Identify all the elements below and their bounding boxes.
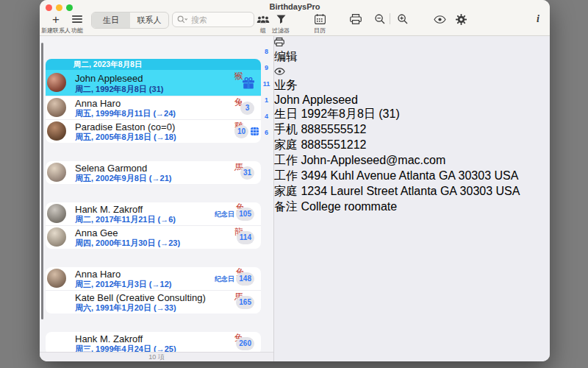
contact-name: Paradise Easton (co=0): [75, 121, 175, 132]
list-item[interactable]: Hank M. Zakroff 周二, 2017年11月21日 (→6) 纪念日…: [46, 202, 261, 225]
filter-label: 过滤器: [259, 26, 303, 35]
detail-field[interactable]: 工作 3494 Kuhl Avenue Atlanta GA 30303 USA: [274, 169, 550, 184]
detail-card: 备注 College roommate: [274, 199, 550, 215]
toolbar-separator: [390, 13, 390, 24]
search-field[interactable]: [172, 12, 254, 27]
contact-date: 周五, 1999年8月11日 (→24): [75, 108, 176, 119]
visibility-button[interactable]: [431, 12, 448, 26]
tab-contacts[interactable]: 联系人: [130, 13, 168, 28]
days-badge: 165: [236, 296, 254, 309]
gear-icon: [456, 14, 467, 25]
detail-card: 工作 3494 Kuhl Avenue Atlanta GA 30303 USA…: [274, 169, 550, 199]
detail-field[interactable]: 工作 John-Appleseed@mac.com: [274, 153, 550, 169]
month-index-item[interactable]: 6: [262, 127, 271, 144]
list-item[interactable]: Selena Garmond 周五, 2002年9月8日 (→21) 馬 31: [46, 161, 261, 184]
detail-field[interactable]: 家庭 1234 Laurel Street Atlanta GA 30303 U…: [274, 184, 550, 199]
list-scrollbar[interactable]: [41, 43, 43, 319]
anniversary-tag: 纪念日: [215, 275, 234, 284]
field-label: 家庭: [274, 185, 298, 197]
contact-name: Kate Bell (Creative Consulting): [75, 292, 206, 303]
item-count-footer: 10 項: [40, 352, 273, 361]
contact-name: Hank M. Zakroff: [75, 333, 143, 344]
search-icon: [177, 15, 187, 24]
list-item[interactable]: Anna Gee 周四, 2000年11月30日 (→23) 龍 114: [46, 225, 261, 249]
calendar-label: 日历: [298, 26, 342, 35]
contact-detail-name: John Appleseed: [274, 93, 550, 107]
date-group: 周二, 2023年8月8日 John Appleseed 周二, 1992年8月…: [46, 59, 261, 143]
days-badge: 3: [240, 102, 254, 115]
magnifier-minus-icon: [375, 14, 385, 24]
settings-button[interactable]: [452, 12, 470, 26]
tab-birthdays[interactable]: 生日: [92, 13, 130, 28]
view-segmented-control: 生日 联系人: [91, 12, 169, 29]
filter-button[interactable]: [272, 12, 290, 26]
contact-date: 周五, 2002年9月8日 (→21): [75, 173, 171, 184]
calendar-button[interactable]: [311, 12, 329, 26]
list-item[interactable]: Anna Haro 周五, 1999年8月11日 (→24) 兔 3: [46, 96, 261, 119]
days-badge: 105: [236, 208, 254, 221]
print-contact-button[interactable]: [274, 36, 550, 49]
business-view-button[interactable]: [274, 65, 550, 78]
avatar: [47, 121, 66, 141]
avatar: [47, 227, 66, 247]
print-toolbar-button[interactable]: [347, 12, 365, 26]
birthday-list-pane: 周二, 2023年8月8日 John Appleseed 周二, 1992年8月…: [40, 36, 273, 361]
list-item[interactable]: Kate Bell (Creative Consulting) 周六, 1991…: [46, 290, 261, 314]
month-index-item[interactable]: 11: [262, 79, 271, 95]
month-index-item[interactable]: 8: [262, 46, 271, 63]
list-item[interactable]: Paradise Easton (co=0) 周五, 2005年8月18日 (→…: [46, 119, 261, 143]
month-index-item[interactable]: 9: [262, 63, 271, 79]
avatar: [47, 163, 66, 182]
list-item[interactable]: Anna Haro 周三, 2012年1月3日 (→12) 纪念日 兔 148: [46, 267, 261, 290]
detail-card: 手机 8885555512 家庭 8885551212: [274, 122, 550, 153]
detail-field[interactable]: 生日 1992年8月8日 (31): [274, 107, 550, 122]
avatar: [47, 98, 66, 117]
people-group-icon: [257, 15, 270, 24]
contact-detail-pane: 编辑 业务 John Appleseed 生日 1992年8月8日 (31) 手…: [274, 36, 550, 361]
contact-date: 周二, 1992年8月8日 (31): [75, 84, 163, 95]
contact-name: Anna Haro: [75, 269, 121, 280]
plus-icon: +: [52, 13, 60, 26]
field-label: 工作: [274, 169, 298, 182]
field-label: 家庭: [274, 138, 298, 151]
field-label: 备注: [274, 200, 298, 213]
month-index-item[interactable]: 1: [262, 95, 271, 111]
avatar: [47, 204, 66, 223]
contact-name: Anna Gee: [75, 227, 118, 238]
date-group: Selena Garmond 周五, 2002年9月8日 (→21) 馬 31: [46, 161, 261, 184]
features-button[interactable]: [68, 12, 86, 26]
field-value: John-Appleseed@mac.com: [301, 154, 445, 166]
month-index-item[interactable]: 4: [262, 111, 271, 127]
field-label: 手机: [274, 123, 298, 135]
contact-name: John Appleseed: [75, 73, 143, 84]
detail-cards: 生日 1992年8月8日 (31) 手机 8885555512 家庭 88855…: [274, 107, 550, 215]
search-input[interactable]: [190, 15, 244, 25]
detail-field[interactable]: 备注 College roommate: [274, 199, 550, 215]
contact-date: 周二, 2017年11月21日 (→6): [75, 214, 176, 225]
eye-icon: [274, 68, 285, 75]
anniversary-tag: 纪念日: [215, 210, 234, 219]
window-title: BirthdaysPro: [40, 2, 550, 11]
field-value: 1992年8月8日 (31): [301, 107, 399, 120]
days-badge: 260: [236, 337, 254, 350]
list-item[interactable]: John Appleseed 周二, 1992年8月8日 (31) 猴: [46, 70, 261, 96]
avatar: [47, 73, 66, 92]
menu-icon: [72, 15, 82, 23]
printer-icon: [274, 38, 284, 46]
edit-button[interactable]: 编辑: [274, 49, 550, 65]
info-button[interactable]: i: [529, 12, 547, 26]
detail-field[interactable]: 手机 8885555512: [274, 122, 550, 138]
detail-field[interactable]: 家庭 8885551212: [274, 138, 550, 153]
date-group: Anna Haro 周三, 2012年1月3日 (→12) 纪念日 兔 148 …: [46, 267, 261, 314]
zoom-in-button[interactable]: [394, 12, 412, 26]
contact-name: Hank M. Zakroff: [75, 204, 143, 215]
date-group-header: 周二, 2023年8月8日: [46, 59, 261, 70]
business-label: 业务: [274, 78, 550, 93]
eye-icon: [434, 15, 446, 24]
new-contact-button[interactable]: +: [47, 12, 65, 26]
contact-date: 周六, 1991年1月20日 (→33): [75, 302, 176, 314]
groups-button[interactable]: [254, 12, 272, 26]
zoom-out-button[interactable]: [371, 12, 389, 26]
days-badge: 114: [237, 231, 254, 244]
birthday-list: 周二, 2023年8月8日 John Appleseed 周二, 1992年8月…: [46, 36, 261, 361]
